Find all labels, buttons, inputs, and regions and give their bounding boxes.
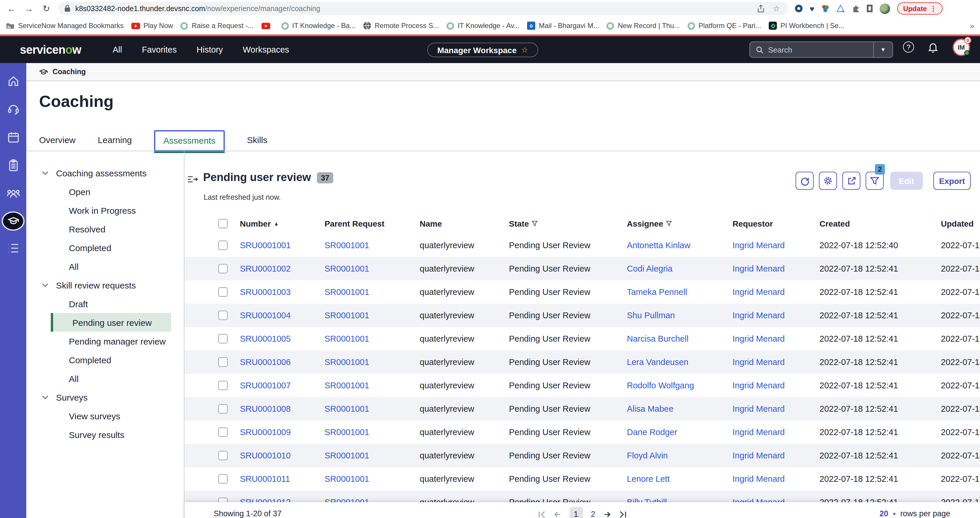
number-link[interactable]: SRU0001006	[240, 357, 325, 367]
row-checkbox[interactable]	[218, 241, 228, 250]
chevron-down-icon[interactable]	[42, 395, 48, 399]
bookmark-item[interactable]: o Mail - Bhargavi M...	[527, 22, 599, 30]
headset-icon[interactable]	[0, 103, 26, 116]
filter-funnel-icon[interactable]	[532, 221, 538, 226]
browser-profile-avatar[interactable]	[880, 3, 890, 14]
number-link[interactable]: SRU0001010	[240, 451, 325, 460]
coaching-icon[interactable]	[2, 211, 24, 231]
bookmark-item[interactable]: Play Now	[131, 22, 173, 30]
tree-item-pending-manager-review[interactable]: Pending manager review	[26, 332, 184, 351]
update-button[interactable]: Update⋮	[897, 2, 943, 14]
tree-item-survey-results[interactable]: Survey results	[26, 425, 184, 444]
col-name[interactable]: Name	[420, 219, 509, 228]
bookmark-item[interactable]: PI Workbench | Se...	[769, 22, 844, 30]
number-link[interactable]: SRU0001001	[240, 241, 325, 250]
rows-per-page-select[interactable]: 20	[880, 509, 888, 518]
tree-item-resolved[interactable]: Resolved	[26, 220, 184, 238]
tree-item-pending-user-review[interactable]: Pending user review	[51, 313, 171, 332]
bookmark-item[interactable]: Raise a Request -...	[181, 22, 254, 30]
previous-page-icon[interactable]	[553, 511, 561, 518]
bookmark-folder[interactable]: ServiceNow Managed Bookmarks	[6, 22, 124, 30]
chevron-down-icon[interactable]	[42, 171, 48, 175]
parent-request-link[interactable]: SR0001001	[325, 451, 420, 460]
bookmark-item[interactable]	[261, 22, 274, 29]
requestor-link[interactable]: Ingrid Menard	[732, 381, 819, 390]
parent-request-link[interactable]: SR0001001	[325, 357, 420, 367]
tab-assessments[interactable]: Assessments	[154, 130, 225, 151]
filter-funnel-icon[interactable]	[666, 221, 672, 226]
clipboard-icon[interactable]	[0, 159, 26, 172]
bookmark-item[interactable]: Platform QE - Pari...	[687, 22, 761, 30]
share-view-button[interactable]	[842, 172, 860, 190]
people-icon[interactable]	[0, 187, 26, 200]
nav-history[interactable]: History	[197, 45, 223, 54]
next-page-icon[interactable]	[603, 511, 611, 518]
help-icon[interactable]: ?	[903, 41, 914, 53]
current-page[interactable]: 1	[569, 507, 582, 518]
requestor-link[interactable]: Ingrid Menard	[732, 474, 819, 483]
extension-heart-icon[interactable]: ♥	[810, 4, 815, 13]
row-checkbox[interactable]	[218, 474, 228, 483]
tree-item-view-surveys[interactable]: View surveys	[26, 406, 184, 425]
bookmarks-overflow-icon[interactable]: »	[970, 21, 974, 30]
row-checkbox[interactable]	[218, 381, 228, 390]
parent-request-link[interactable]: SR0001001	[325, 404, 420, 413]
col-created[interactable]: Created	[819, 219, 941, 228]
tree-section-coaching-assessments[interactable]: Coaching assessments	[26, 164, 184, 182]
parent-request-link[interactable]: SR0001001	[325, 287, 420, 296]
extension-color-icon[interactable]	[821, 5, 830, 13]
number-link[interactable]: SRU0001003	[240, 287, 325, 296]
assignee-link[interactable]: Alisa Mabee	[627, 404, 732, 413]
col-requestor[interactable]: Requestor	[732, 219, 819, 228]
row-checkbox[interactable]	[218, 264, 228, 273]
window-icon[interactable]	[867, 5, 873, 12]
export-button[interactable]: Export	[933, 172, 970, 190]
tree-section-skill-review-requests[interactable]: Skill review requests	[26, 276, 184, 294]
edit-button[interactable]: Edit	[890, 172, 923, 190]
parent-request-link[interactable]: SR0001001	[325, 264, 420, 273]
workspace-pill[interactable]: Manager Workspace ☆	[427, 43, 538, 57]
list-icon[interactable]	[0, 242, 26, 254]
tab-learning[interactable]: Learning	[98, 135, 132, 151]
tree-item-work-in-progress[interactable]: Work in Progress	[26, 201, 184, 220]
settings-button[interactable]	[819, 172, 837, 190]
tree-item-draft[interactable]: Draft	[26, 294, 184, 313]
assignee-link[interactable]: Shu Pullman	[627, 311, 732, 320]
nav-workspaces[interactable]: Workspaces	[243, 45, 289, 54]
address-bar[interactable]: k8s0332482-node1.thunder.devsnc.com/now/…	[58, 2, 788, 15]
row-checkbox[interactable]	[218, 357, 228, 367]
requestor-link[interactable]: Ingrid Menard	[732, 241, 819, 250]
number-link[interactable]: SRU0001009	[240, 427, 325, 437]
assignee-link[interactable]: Dane Rodger	[627, 427, 732, 437]
assignee-link[interactable]: Lera Vandeusen	[627, 357, 732, 367]
bookmark-item[interactable]: New Record | Thu...	[607, 22, 680, 30]
row-checkbox[interactable]	[218, 451, 228, 460]
assignee-link[interactable]: Antonetta Kinlaw	[627, 241, 732, 250]
parent-request-link[interactable]: SR0001001	[325, 241, 420, 250]
tree-item-all[interactable]: All	[26, 257, 184, 276]
rows-per-page-caret-icon[interactable]: ▾	[893, 511, 896, 516]
chevron-down-icon[interactable]	[42, 283, 48, 287]
breadcrumb-label[interactable]: Coaching	[52, 68, 86, 76]
forward-icon[interactable]: →	[24, 3, 33, 13]
user-avatar[interactable]: IM 0	[953, 38, 970, 56]
number-link[interactable]: SRU0001002	[240, 264, 325, 273]
share-icon[interactable]	[757, 5, 765, 13]
nav-all[interactable]: All	[113, 45, 122, 54]
row-checkbox[interactable]	[218, 311, 228, 320]
assignee-link[interactable]: Floyd Alvin	[627, 451, 732, 460]
requestor-link[interactable]: Ingrid Menard	[732, 264, 819, 273]
requestor-link[interactable]: Ingrid Menard	[732, 357, 819, 367]
nav-favorites[interactable]: Favorites	[142, 45, 177, 54]
row-checkbox[interactable]	[218, 334, 228, 343]
search-dropdown-icon[interactable]: ▼	[874, 47, 892, 53]
number-link[interactable]: SRU0001011	[240, 474, 325, 483]
parent-request-link[interactable]: SR0001001	[325, 474, 420, 483]
calendar-icon[interactable]	[0, 131, 26, 143]
parent-request-link[interactable]: SR0001001	[325, 427, 420, 437]
extensions-puzzle-icon[interactable]	[852, 5, 860, 13]
tree-section-surveys[interactable]: Surveys	[26, 388, 184, 406]
number-link[interactable]: SRU0001008	[240, 404, 325, 413]
requestor-link[interactable]: Ingrid Menard	[732, 334, 819, 343]
col-number[interactable]: Number▲	[240, 219, 325, 228]
